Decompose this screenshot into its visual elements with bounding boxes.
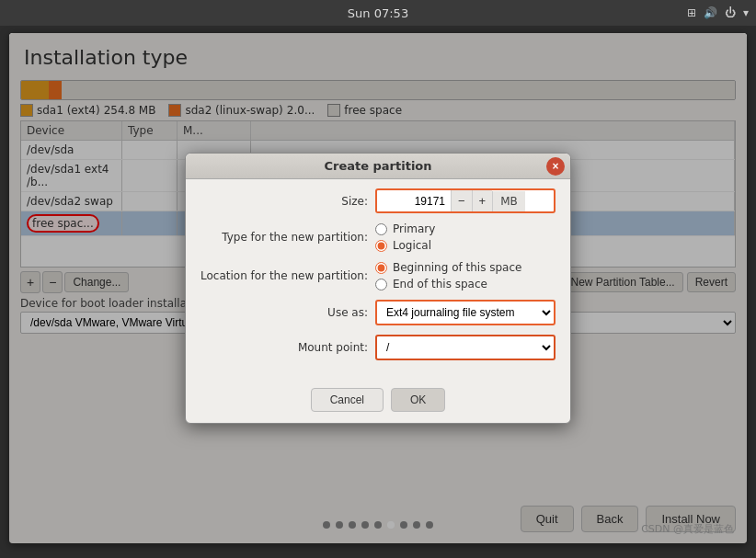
use-as-dropdown[interactable]: Ext4 journaling file system Ext3 journal… — [375, 300, 556, 325]
location-end-label: End of this space — [393, 278, 487, 290]
dialog-title: Create partition — [324, 159, 431, 173]
location-label: Location for the new partition: — [200, 269, 375, 282]
use-as-row: Use as: Ext4 journaling file system Ext3… — [200, 300, 556, 325]
location-end-radio[interactable] — [375, 279, 387, 290]
chevron-down-icon[interactable]: ▾ — [743, 6, 749, 19]
dialog-titlebar: Create partition × — [186, 154, 570, 179]
main-window: Installation type sda1 (ext4) 254.8 MB s… — [9, 33, 747, 543]
type-primary-option[interactable]: Primary — [375, 222, 556, 235]
location-control: Beginning of this space End of this spac… — [375, 261, 556, 290]
size-label: Size: — [200, 195, 375, 208]
dialog-close-button[interactable]: × — [546, 157, 565, 176]
size-row: Size: − + MB — [200, 188, 556, 213]
topbar: Sun 07:53 ⊞ 🔊 ⏻ ▾ — [0, 0, 756, 26]
volume-icon: 🔊 — [704, 6, 717, 19]
dialog-buttons: Cancel OK — [186, 388, 570, 412]
location-end-option[interactable]: End of this space — [375, 278, 556, 290]
topbar-icons: ⊞ 🔊 ⏻ ▾ — [687, 6, 749, 19]
location-beginning-radio[interactable] — [375, 262, 387, 274]
mount-point-row: Mount point: / /home /boot /tmp — [200, 335, 556, 360]
size-plus-button[interactable]: + — [472, 190, 493, 211]
type-logical-label: Logical — [393, 239, 431, 252]
mount-point-label: Mount point: — [200, 341, 375, 354]
type-primary-radio[interactable] — [375, 223, 387, 235]
dialog-body: Size: − + MB Type for the new partition: — [186, 179, 570, 379]
create-partition-dialog: Create partition × Size: − + MB — [185, 153, 571, 424]
type-logical-radio[interactable] — [375, 240, 387, 252]
location-row: Location for the new partition: Beginnin… — [200, 261, 556, 290]
size-minus-button[interactable]: − — [451, 190, 472, 211]
size-input-group: − + MB — [375, 188, 556, 213]
size-unit: MB — [492, 191, 525, 211]
type-logical-option[interactable]: Logical — [375, 239, 556, 252]
cancel-button[interactable]: Cancel — [311, 388, 384, 412]
use-as-control: Ext4 journaling file system Ext3 journal… — [375, 300, 556, 325]
mount-point-dropdown[interactable]: / /home /boot /tmp — [375, 335, 556, 360]
mount-point-control: / /home /boot /tmp — [375, 335, 556, 360]
power-icon[interactable]: ⏻ — [725, 6, 736, 19]
network-icon: ⊞ — [687, 6, 696, 19]
type-primary-label: Primary — [393, 222, 435, 235]
location-radio-group: Beginning of this space End of this spac… — [375, 261, 556, 290]
use-as-label: Use as: — [200, 306, 375, 319]
clock: Sun 07:53 — [348, 6, 408, 20]
type-radio-group: Primary Logical — [375, 222, 556, 252]
type-control: Primary Logical — [375, 222, 556, 252]
type-row: Type for the new partition: Primary Logi… — [200, 222, 556, 252]
size-input[interactable] — [377, 191, 451, 211]
size-control: − + MB — [375, 188, 556, 213]
location-beginning-option[interactable]: Beginning of this space — [375, 261, 556, 274]
modal-backdrop: Create partition × Size: − + MB — [9, 33, 747, 543]
type-label: Type for the new partition: — [200, 231, 375, 244]
ok-button[interactable]: OK — [391, 388, 445, 412]
location-beginning-label: Beginning of this space — [393, 261, 521, 274]
